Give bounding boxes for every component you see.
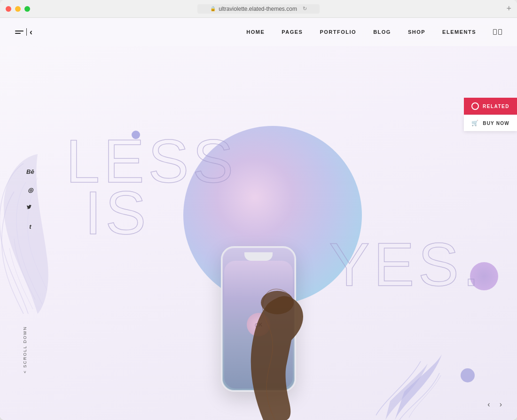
nav-home[interactable]: HOME xyxy=(246,29,265,35)
buy-label: BUY NOW xyxy=(483,121,509,126)
minimize-button[interactable] xyxy=(15,6,21,12)
cart-icon: 🛒 xyxy=(471,120,479,126)
layout-half-2 xyxy=(498,29,502,35)
social-twitter[interactable] xyxy=(27,205,33,212)
browser-window: 🔒 ultraviolette.elated-themes.com ↻ + xyxy=(0,0,517,420)
related-panel: RELATED 🛒 BUY NOW xyxy=(464,98,517,131)
site-nav: HOME PAGES PORTFOLIO BLOG SHOP ELEMENTS xyxy=(246,29,502,35)
lock-icon: 🔒 xyxy=(210,6,216,11)
logo-line-bottom xyxy=(15,33,21,34)
scroll-text: < SCROLL DOWN xyxy=(23,326,27,373)
prev-arrow[interactable]: ‹ xyxy=(487,400,490,409)
leaf-left xyxy=(0,149,70,314)
scroll-down: < SCROLL DOWN xyxy=(23,326,27,373)
nav-shop[interactable]: SHOP xyxy=(408,29,425,35)
next-arrow[interactable]: › xyxy=(500,400,502,409)
social-sidebar: Bē ◎ t xyxy=(26,168,34,230)
site-logo[interactable]: ‹ xyxy=(15,27,32,37)
logo-lines xyxy=(15,31,24,34)
svg-point-0 xyxy=(261,291,294,314)
related-dot-icon xyxy=(471,102,479,110)
site-header: ‹ HOME PAGES PORTFOLIO BLOG SHOP ELEMENT… xyxy=(0,18,517,46)
related-label: RELATED xyxy=(483,104,509,109)
pagination: ‹ › xyxy=(487,400,502,409)
logo-icon: ‹ xyxy=(15,27,32,37)
logo-divider xyxy=(26,28,27,36)
social-behance[interactable]: Bē xyxy=(26,168,34,175)
layout-half-1 xyxy=(493,29,497,35)
hand-area xyxy=(230,256,324,420)
url-bar[interactable]: 🔒 ultraviolette.elated-themes.com ↻ xyxy=(197,4,320,14)
site-content: ‹ HOME PAGES PORTFOLIO BLOG SHOP ELEMENT… xyxy=(0,18,517,420)
nav-blog[interactable]: BLOG xyxy=(373,29,391,35)
url-text: ultraviolette.elated-themes.com xyxy=(219,6,297,12)
nav-pages[interactable]: PAGES xyxy=(282,29,303,35)
logo-line-top xyxy=(15,31,24,31)
titlebar: 🔒 ultraviolette.elated-themes.com ↻ + xyxy=(0,0,517,18)
nav-elements[interactable]: ELEMENTS xyxy=(442,29,476,35)
logo-arrow: ‹ xyxy=(30,27,32,37)
social-tumblr[interactable]: t xyxy=(29,223,31,230)
related-button[interactable]: RELATED xyxy=(464,98,517,115)
social-instagram[interactable]: ◎ xyxy=(28,187,33,194)
refresh-icon[interactable]: ↻ xyxy=(303,6,307,12)
maximize-button[interactable] xyxy=(24,6,30,12)
layout-toggle[interactable] xyxy=(493,29,502,35)
close-button[interactable] xyxy=(6,6,11,12)
buy-now-button[interactable]: 🛒 BUY NOW xyxy=(464,115,517,131)
new-tab-button[interactable]: + xyxy=(506,4,511,14)
window-controls xyxy=(6,6,30,12)
nav-portfolio[interactable]: PORTFOLIO xyxy=(320,29,356,35)
